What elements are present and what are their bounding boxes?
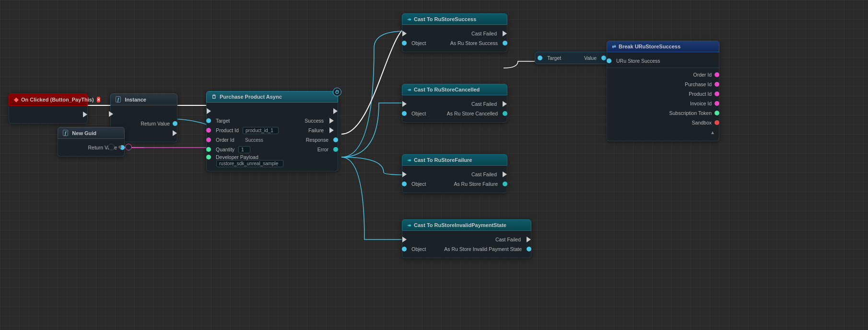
exec-out-row <box>9 110 87 119</box>
cast-success-header: ↠ Cast To RuStoreSuccess <box>402 13 507 25</box>
cast-invalid-exec-row: Cast Failed <box>402 235 531 244</box>
cast-invalid-exec-in <box>402 237 407 242</box>
exec-out <box>333 108 338 114</box>
cast-success-body: Cast Failed Object As Ru Store Success <box>402 25 507 52</box>
on-clicked-title: On Clicked (Button_PayThis) <box>21 97 94 102</box>
clock-icon: ⏱ <box>333 88 341 96</box>
failure-label: Failure <box>308 127 324 133</box>
new-guid-header: f New Guid <box>58 127 125 139</box>
break-header: ⇄ Break URuStoreSuccess <box>607 41 719 52</box>
target-node-in-pin <box>538 56 542 60</box>
connector-dot-3 <box>125 144 132 150</box>
purchase-id-row: Purchase Id <box>607 80 719 89</box>
cast-failed-label-4: Cast Failed <box>495 237 521 242</box>
object-label-4: Object <box>411 246 426 252</box>
target-section: Target <box>540 55 561 61</box>
cast-failure-header: ↠ Cast To RuStoreFailure <box>402 154 507 166</box>
product-id-label: Product Id <box>216 127 239 133</box>
uru-success-label: URu Store Success <box>616 58 660 64</box>
order-id-out-pin <box>715 72 719 77</box>
cast-icon-4: ↠ <box>407 223 411 228</box>
sandbox-pin <box>715 120 719 125</box>
product-id-input[interactable] <box>243 127 279 134</box>
success-label: Success <box>305 118 324 124</box>
sub-token-pin <box>715 111 719 115</box>
cast-invalid-title: Cast To RuStoreInvalidPaymentState <box>414 222 506 228</box>
exec-out-pin2 <box>173 130 177 136</box>
sub-token-row: Subscription Token <box>607 108 719 118</box>
product-id-out-label: Product Id <box>689 91 712 97</box>
cast-cancelled-obj-row: Object As Ru Store Cancelled <box>402 109 507 118</box>
break-title: Break URuStoreSuccess <box>619 44 680 49</box>
invoice-id-label: Invoice Id <box>690 101 712 106</box>
cast-cancelled-exec-row: Cast Failed <box>402 99 507 109</box>
connector-dot-2 <box>118 146 121 148</box>
function-icon: f <box>116 96 121 102</box>
event-icon: ◆ <box>14 96 18 103</box>
exec-out-pin <box>83 112 87 117</box>
purchase-title: Purchase Product Async <box>220 94 282 100</box>
on-clicked-header: ◆ On Clicked (Button_PayThis) ✕ <box>9 93 88 106</box>
dev-payload-input[interactable] <box>216 160 283 167</box>
cast-cancelled-header: ↠ Cast To RuStoreCancelled <box>402 84 507 95</box>
failure-pin <box>329 127 334 133</box>
target-value-node: Target Value <box>535 52 609 64</box>
order-id-label: Order Id <box>216 137 235 143</box>
purchase-id-pin <box>715 82 719 87</box>
invoice-id-pin <box>715 101 719 106</box>
connector-dot-1 <box>108 144 115 150</box>
new-guid-function-icon: f <box>63 130 68 136</box>
object-pin-2 <box>402 111 407 116</box>
purchase-header: 🗒 Purchase Product Async ⏱ <box>206 91 338 102</box>
connector-group <box>108 144 132 150</box>
cast-cancelled-body: Cast Failed Object As Ru Store Cancelled <box>402 95 507 123</box>
new-guid-node: f New Guid Return Value <box>58 127 125 157</box>
object-pin-1 <box>402 41 407 46</box>
wire-as-success <box>504 61 537 68</box>
quantity-input[interactable] <box>238 146 250 153</box>
value-node-label: Value <box>584 55 597 61</box>
cast-exec-row: Cast Failed <box>402 29 507 38</box>
cast-failure-body: Cast Failed Object As Ru Store Failure <box>402 166 507 193</box>
product-id-row: Product Id Failure <box>207 125 338 135</box>
instance-header: f Instance <box>110 93 177 105</box>
wire-resp-success <box>341 31 405 157</box>
object-label-1: Object <box>411 40 426 46</box>
as-invalid-label: As Ru Store Invalid Payment State <box>444 246 522 252</box>
wire-resp-failure <box>341 157 405 175</box>
break-success-node: ⇄ Break URuStoreSuccess URu Store Succes… <box>607 41 719 141</box>
cast-cancelled-node: ↠ Cast To RuStoreCancelled Cast Failed O… <box>402 84 507 123</box>
instance-title: Instance <box>125 97 146 102</box>
object-pin-4 <box>402 247 407 251</box>
target-label: Target <box>216 118 230 124</box>
cast-invalid-node: ↠ Cast To RuStoreInvalidPaymentState Cas… <box>402 219 531 258</box>
target-node-label: Target <box>547 55 561 61</box>
order-id-out-row: Order Id <box>607 70 719 80</box>
sub-token-label: Subscription Token <box>669 110 712 116</box>
cast-success-node: ↠ Cast To RuStoreSuccess Cast Failed Obj… <box>402 13 507 52</box>
purchase-body: Target Success Product Id Failure Ord <box>206 102 338 171</box>
uru-success-row: URu Store Success <box>607 56 719 66</box>
as-cancelled-label: As Ru Store Cancelled <box>447 111 498 116</box>
cast-failed-pin-2 <box>503 101 507 107</box>
uru-success-in-pin <box>607 58 611 63</box>
cast-failure-exec-row: Cast Failed <box>402 170 507 179</box>
as-failure-pin <box>503 182 507 186</box>
new-guid-title: New Guid <box>72 130 96 136</box>
value-node-pin <box>601 56 606 60</box>
close-icon: ✕ <box>97 97 100 102</box>
on-clicked-node: ◆ On Clicked (Button_PayThis) ✕ <box>9 93 88 124</box>
break-body: URu Store Success Order Id Purchase Id P… <box>607 52 719 141</box>
instance-exec-in <box>111 109 177 119</box>
quantity-pin <box>206 147 211 152</box>
order-id-pin <box>206 137 211 142</box>
as-cancelled-pin <box>503 111 507 116</box>
as-success-pin <box>503 41 507 46</box>
return-value-pin <box>173 121 177 126</box>
cast-cancelled-title: Cast To RuStoreCancelled <box>414 87 480 92</box>
exec-row <box>207 106 338 116</box>
order-id-row: Order Id Response <box>207 135 338 145</box>
cast-failure-obj-row: Object As Ru Store Failure <box>402 179 507 189</box>
response-pin <box>333 137 338 142</box>
cast-failed-label-1: Cast Failed <box>471 31 497 36</box>
